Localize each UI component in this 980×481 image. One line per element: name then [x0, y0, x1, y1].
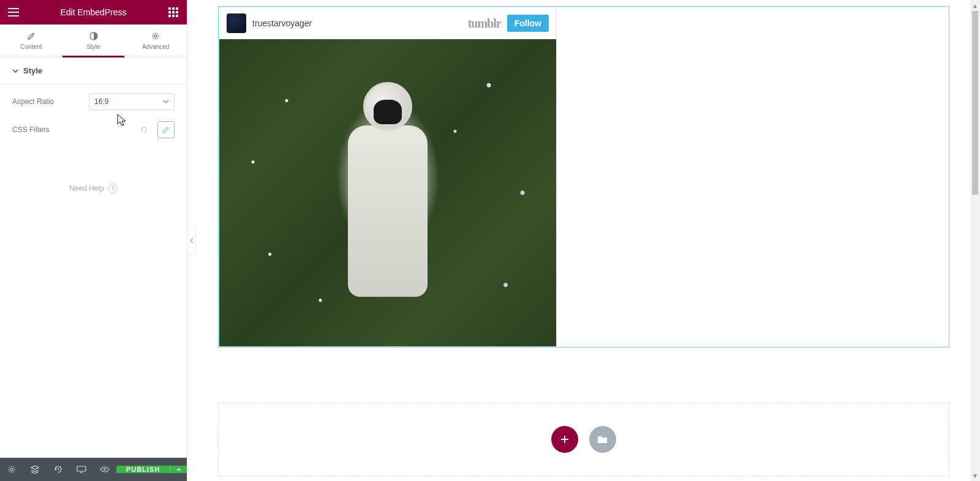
tumblr-embed-card: truestarvoyager tumblr Follow — [219, 7, 557, 347]
section-title: Style — [23, 66, 42, 75]
control-label: Aspect Ratio — [12, 97, 54, 106]
caret-up-icon — [176, 468, 181, 471]
navigator-button[interactable] — [23, 458, 47, 481]
gear-icon — [7, 465, 16, 474]
tab-label: Style — [86, 43, 100, 50]
bottom-toolbar: PUBLISH — [0, 458, 187, 481]
publish-button[interactable]: PUBLISH — [116, 466, 170, 473]
publish-group: PUBLISH — [116, 466, 187, 473]
widgets-grid-button[interactable] — [166, 5, 181, 20]
svg-rect-6 — [168, 15, 171, 17]
svg-rect-5 — [176, 11, 178, 13]
responsive-button[interactable] — [70, 458, 93, 481]
svg-rect-7 — [172, 15, 175, 17]
control-label: CSS Filters — [12, 125, 50, 134]
tab-content[interactable]: Content — [0, 24, 62, 57]
gear-icon — [151, 31, 160, 41]
caret-down-icon — [12, 68, 18, 74]
add-section-button[interactable] — [551, 426, 578, 453]
follow-button[interactable]: Follow — [507, 15, 549, 32]
need-help-link[interactable]: Need Help ? — [0, 184, 187, 193]
tab-style[interactable]: Style — [62, 24, 125, 57]
section-style-toggle[interactable]: Style — [0, 58, 187, 84]
svg-rect-8 — [176, 15, 178, 17]
embed-image[interactable] — [219, 39, 556, 346]
scroll-up-arrow[interactable]: ▲ — [970, 0, 980, 11]
menu-button[interactable] — [6, 5, 21, 20]
embed-header-left: truestarvoyager — [227, 13, 312, 33]
eye-icon — [100, 466, 110, 472]
vertical-scrollbar[interactable]: ▲ ▼ — [970, 0, 980, 481]
style-controls: Aspect Ratio 16:9 CSS Filters — [0, 84, 187, 147]
embed-header: truestarvoyager tumblr Follow — [219, 7, 556, 39]
astronaut-visor — [374, 100, 402, 124]
svg-rect-0 — [168, 7, 171, 10]
tab-label: Content — [20, 43, 42, 50]
help-text: Need Help — [69, 184, 104, 193]
help-icon: ? — [108, 184, 118, 193]
pencil-icon — [162, 125, 170, 134]
svg-rect-4 — [172, 11, 175, 13]
publish-label: PUBLISH — [126, 466, 160, 473]
svg-rect-2 — [176, 7, 178, 10]
svg-rect-12 — [77, 466, 86, 471]
publish-options-button[interactable] — [170, 466, 187, 473]
canvas-inner: truestarvoyager tumblr Follow — [187, 0, 980, 481]
elementor-section-selected[interactable]: truestarvoyager tumblr Follow — [218, 6, 949, 348]
astronaut-body — [348, 125, 428, 297]
svg-point-10 — [154, 35, 157, 37]
scroll-down-arrow[interactable]: ▼ — [970, 470, 980, 481]
preview-button[interactable] — [93, 458, 116, 481]
history-button[interactable] — [47, 458, 70, 481]
layers-icon — [31, 465, 39, 474]
panel-collapse-handle[interactable] — [187, 226, 196, 255]
svg-point-13 — [104, 469, 106, 471]
contrast-icon — [89, 31, 99, 41]
panel-body: Style Aspect Ratio 16:9 CSS Filters — [0, 58, 187, 458]
control-aspect-ratio: Aspect Ratio 16:9 — [12, 93, 175, 110]
reset-filters-button[interactable] — [135, 121, 153, 138]
tab-advanced[interactable]: Advanced — [124, 24, 187, 57]
sidebar-header: Edit EmbedPress — [0, 0, 187, 24]
edit-filters-button[interactable] — [157, 121, 175, 138]
plus-icon — [559, 434, 570, 445]
aspect-ratio-select[interactable]: 16:9 — [89, 93, 175, 110]
css-filters-actions — [135, 121, 175, 138]
panel-title: Edit EmbedPress — [60, 7, 126, 17]
settings-button[interactable] — [0, 458, 23, 481]
svg-rect-3 — [168, 11, 171, 13]
tumblr-logo[interactable]: tumblr — [468, 17, 501, 31]
chevron-left-icon — [190, 237, 194, 244]
add-section-area[interactable] — [218, 403, 949, 476]
svg-rect-1 — [172, 7, 175, 10]
panel-tabs: Content Style Advanced — [0, 24, 187, 58]
astronaut-helmet — [363, 82, 412, 131]
desktop-icon — [77, 466, 86, 473]
chevron-down-icon — [163, 100, 169, 103]
undo-icon — [140, 125, 148, 134]
username-link[interactable]: truestarvoyager — [252, 18, 312, 28]
svg-point-11 — [10, 468, 13, 471]
elementor-sidebar: Edit EmbedPress Content Style Advanced — [0, 0, 187, 481]
control-css-filters: CSS Filters — [12, 121, 175, 138]
scroll-thumb[interactable] — [972, 11, 978, 195]
folder-icon — [597, 434, 608, 444]
tab-label: Advanced — [142, 43, 169, 50]
editor-canvas: truestarvoyager tumblr Follow — [187, 0, 980, 481]
toolbar-left — [0, 458, 116, 481]
pencil-icon — [26, 31, 36, 41]
select-value: 16:9 — [94, 97, 108, 106]
avatar[interactable] — [227, 13, 246, 33]
template-library-button[interactable] — [589, 426, 616, 453]
embed-header-right: tumblr Follow — [468, 15, 549, 32]
history-icon — [54, 465, 62, 474]
